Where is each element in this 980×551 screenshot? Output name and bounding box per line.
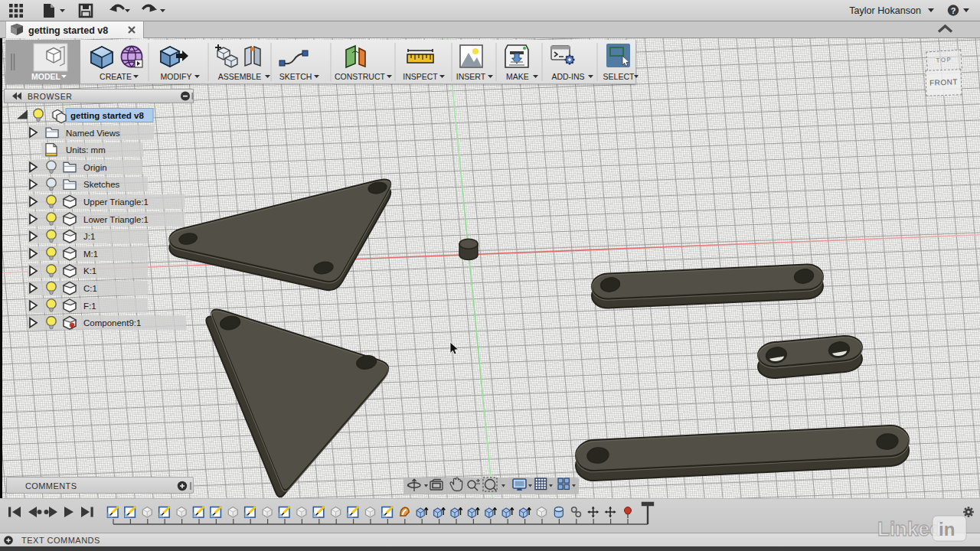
svg-text:MAKE: MAKE bbox=[506, 72, 529, 81]
svg-text:TEXT COMMANDS: TEXT COMMANDS bbox=[21, 536, 100, 545]
svg-text:Sketches: Sketches bbox=[83, 180, 120, 189]
svg-text:in: in bbox=[939, 519, 955, 540]
svg-text:getting started v8: getting started v8 bbox=[70, 111, 144, 120]
svg-text:M:1: M:1 bbox=[83, 249, 98, 259]
svg-text:INSERT: INSERT bbox=[456, 72, 486, 81]
svg-text:ADD-INS: ADD-INS bbox=[551, 72, 584, 81]
svg-text:MODIFY: MODIFY bbox=[161, 72, 192, 81]
svg-text:MODEL: MODEL bbox=[31, 72, 61, 81]
svg-text:SKETCH: SKETCH bbox=[279, 72, 312, 81]
svg-text:Named Views: Named Views bbox=[66, 129, 120, 138]
svg-text:getting started v8: getting started v8 bbox=[28, 25, 108, 36]
svg-text:Units: mm: Units: mm bbox=[66, 145, 106, 155]
svg-text:?: ? bbox=[951, 6, 956, 15]
svg-text:COMMENTS: COMMENTS bbox=[25, 481, 77, 491]
svg-text:Component9:1: Component9:1 bbox=[83, 318, 141, 328]
svg-text:F:1: F:1 bbox=[83, 302, 96, 311]
svg-text:C:1: C:1 bbox=[83, 284, 97, 293]
svg-text:Upper Triangle:1: Upper Triangle:1 bbox=[83, 197, 149, 207]
svg-text:INSPECT: INSPECT bbox=[403, 72, 438, 81]
svg-text:K:1: K:1 bbox=[83, 266, 96, 276]
svg-text:BROWSER: BROWSER bbox=[28, 92, 72, 101]
svg-text:Taylor Hokanson: Taylor Hokanson bbox=[849, 5, 921, 16]
svg-text:Lower Triangle:1: Lower Triangle:1 bbox=[83, 215, 149, 224]
svg-text:ASSEMBLE: ASSEMBLE bbox=[218, 72, 262, 81]
svg-text:CONSTRUCT: CONSTRUCT bbox=[335, 72, 385, 81]
svg-text:SELECT: SELECT bbox=[603, 72, 635, 81]
svg-text:Linked: Linked bbox=[877, 517, 942, 540]
svg-text:J:1: J:1 bbox=[83, 232, 95, 241]
svg-text:Origin: Origin bbox=[83, 163, 107, 172]
svg-text:CREATE: CREATE bbox=[100, 72, 132, 81]
